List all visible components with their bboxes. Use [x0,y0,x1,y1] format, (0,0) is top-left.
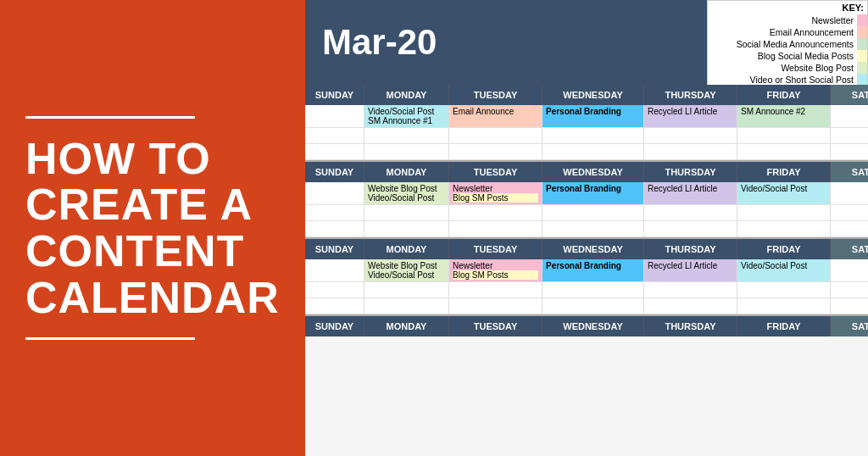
key-color-social-announce [857,38,867,50]
week1-r1-tue: Email Announce [449,105,542,127]
week3-r2-sat [831,282,868,298]
week1-wed-head: WEDNESDAY [542,85,644,105]
week1-r1-sun [305,105,364,127]
week1-r3-wed [542,144,644,159]
week1-r1-mon: Video/Social PostSM Announce #1 [364,105,449,127]
week1-r1-thu: Recycled LI Article [644,105,737,127]
week3-r2-thu [644,282,737,298]
week2-r1-sat [831,182,868,204]
week3-r3-wed [542,298,644,314]
week3-r1-wed: Personal Branding [542,259,644,281]
week2-r2-mon [364,205,449,220]
week3-r2-tue [449,282,542,298]
week2-r1-fri: Video/Social Post [737,182,831,204]
week1-r3-thu [644,144,737,159]
week2-r2-sun [305,205,364,220]
spreadsheet-header: Mar-20 KEY: Newsletter Email Announcemen… [305,0,868,85]
key-row-newsletter: Newsletter [708,14,867,26]
week1-r2-fri [737,128,831,143]
week1-r2-sat [831,128,868,143]
week2-r2-sat [831,205,868,220]
week3-row1: Website Blog PostVideo/Social Post Newsl… [305,259,868,282]
week1-sun-head: SUNDAY [305,85,364,105]
left-panel: HOW TO CREATE A CONTENT CALENDAR [0,0,305,456]
key-label-social-announce: Social Media Announcements [708,38,857,50]
week2-row2 [305,205,868,221]
week4-thu-head: THURSDAY [644,316,737,336]
key-row-blog-sm: Blog Social Media Posts [708,50,867,62]
week2-r2-fri [737,205,831,220]
week3-r2-wed [542,282,644,298]
week2-r3-tue [449,221,542,236]
key-color-newsletter [857,14,867,26]
week1-r2-thu [644,128,737,143]
week2-row1: Website Blog PostVideo/Social Post Newsl… [305,182,868,205]
week3-row2 [305,282,868,298]
week4-mon-head: MONDAY [364,316,449,336]
week2-r3-thu [644,221,737,236]
week1-r1-sat [831,105,868,127]
week2-thu-head: THURSDAY [644,162,737,182]
week4-wed-head: WEDNESDAY [542,316,644,336]
key-row-social-announce: Social Media Announcements [708,38,867,50]
key-title: KEY: [708,1,867,14]
week-block-2: SUNDAY MONDAY TUESDAY WEDNESDAY THURSDAY… [305,162,868,239]
week4-sun-head: SUNDAY [305,316,364,336]
week1-thu-head: THURSDAY [644,85,737,105]
week4-tue-head: TUESDAY [449,316,542,336]
week1-row2 [305,128,868,144]
key-row-video: Video or Short Social Post [708,74,867,86]
week1-r2-sun [305,128,364,143]
week3-r3-sat [831,298,868,314]
week3-r1-fri: Video/Social Post [737,259,831,281]
week1-r3-sun [305,144,364,159]
week-block-4: SUNDAY MONDAY TUESDAY WEDNESDAY THURSDAY… [305,316,868,336]
week-3-header: SUNDAY MONDAY TUESDAY WEDNESDAY THURSDAY… [305,239,868,259]
week2-r1-wed: Personal Branding [542,182,644,204]
week3-r1-sun [305,259,364,281]
week2-r3-sun [305,221,364,236]
week1-r1-fri: SM Announce #2 [737,105,831,127]
week1-r2-tue [449,128,542,143]
week1-mon-head: MONDAY [364,85,449,105]
key-color-blog-sm [857,50,867,62]
week2-r1-thu: Recycled LI Article [644,182,737,204]
week3-r1-thu: Recycled LI Article [644,259,737,281]
week1-fri-head: FRIDAY [737,85,831,105]
week2-r2-tue [449,205,542,220]
week2-r3-mon [364,221,449,236]
week2-sun-head: SUNDAY [305,162,364,182]
week1-r3-tue [449,144,542,159]
week3-wed-head: WEDNESDAY [542,239,644,259]
week2-r3-wed [542,221,644,236]
week3-mon-head: MONDAY [364,239,449,259]
week3-r3-sun [305,298,364,314]
week2-sat-head: SATURDAY [831,162,868,182]
week3-r1-sat [831,259,868,281]
week2-r1-mon: Website Blog PostVideo/Social Post [364,182,449,204]
spreadsheet-panel: Mar-20 KEY: Newsletter Email Announcemen… [305,0,868,456]
week1-r2-mon [364,128,449,143]
week3-r2-mon [364,282,449,298]
week4-sat-head: SATURDAY [831,316,868,336]
week3-r3-fri [737,298,831,314]
week3-r2-fri [737,282,831,298]
week-block-3: SUNDAY MONDAY TUESDAY WEDNESDAY THURSDAY… [305,239,868,316]
week3-r2-sun [305,282,364,298]
week2-r2-wed [542,205,644,220]
week3-r1-mon: Website Blog PostVideo/Social Post [364,259,449,281]
week1-r1-wed: Personal Branding [542,105,644,127]
week2-tue-head: TUESDAY [449,162,542,182]
week2-mon-head: MONDAY [364,162,449,182]
week-4-header: SUNDAY MONDAY TUESDAY WEDNESDAY THURSDAY… [305,316,868,336]
week3-sat-head: SATURDAY [831,239,868,259]
week2-r1-tue: NewsletterBlog SM Posts [449,182,542,204]
calendar-grid: SUNDAY MONDAY TUESDAY WEDNESDAY THURSDAY… [305,85,868,336]
week2-wed-head: WEDNESDAY [542,162,644,182]
week3-thu-head: THURSDAY [644,239,737,259]
key-color-website-blog [857,62,867,74]
week1-row3 [305,144,868,160]
key-color-email [857,26,867,38]
week3-r3-tue [449,298,542,314]
key-label-newsletter: Newsletter [708,14,857,26]
